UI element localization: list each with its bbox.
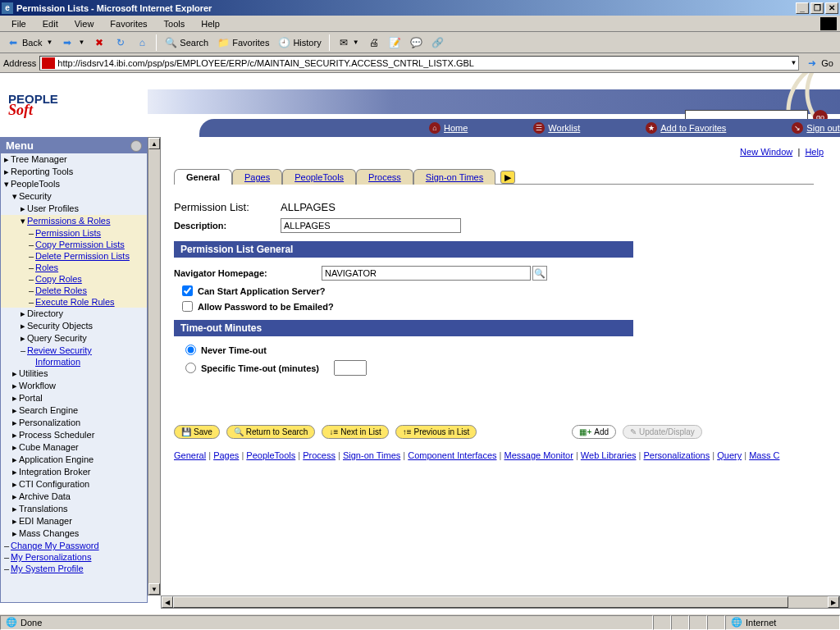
- menu-view[interactable]: View: [66, 17, 103, 30]
- add-button[interactable]: ▦+Add: [572, 425, 616, 439]
- link-signon-times[interactable]: Sign-on Times: [343, 450, 400, 460]
- sidebar-item-information[interactable]: Information: [1, 356, 147, 368]
- sidebar-item-query-security[interactable]: ▸Query Security: [1, 332, 147, 345]
- scroll-left-icon[interactable]: ◀: [162, 596, 173, 608]
- link-process[interactable]: Process: [303, 450, 336, 460]
- sidebar-item-integration-broker[interactable]: ▸Integration Broker: [1, 466, 147, 478]
- sidebar-item-personalization[interactable]: ▸Personalization: [1, 417, 147, 429]
- vertical-scrollbar[interactable]: ▲ ▼: [148, 137, 161, 596]
- next-in-list-button[interactable]: ↓≡Next in List: [322, 425, 388, 439]
- scroll-down-icon[interactable]: ▼: [148, 583, 160, 595]
- home-button[interactable]: ⌂: [132, 34, 152, 51]
- sidebar-item-search-engine[interactable]: ▸Search Engine: [1, 404, 147, 417]
- scroll-thumb[interactable]: [173, 596, 788, 608]
- sidebar-item-tree-manager[interactable]: ▸Tree Manager: [1, 153, 147, 166]
- edit-button[interactable]: 📝: [386, 34, 405, 51]
- sidebar-item-my-system-profile[interactable]: –My System Profile: [1, 563, 147, 574]
- chevron-down-icon[interactable]: ▼: [790, 59, 797, 66]
- description-input[interactable]: [281, 218, 461, 233]
- sidebar-item-archive-data[interactable]: ▸Archive Data: [1, 491, 147, 503]
- sidebar-item-portal[interactable]: ▸Portal: [1, 392, 147, 404]
- sidebar-item-peopletools[interactable]: ▾PeopleTools: [1, 178, 147, 190]
- sidebar-item-review-security[interactable]: –Review Security: [1, 345, 147, 356]
- sidebar-item-application-engine[interactable]: ▸Application Engine: [1, 454, 147, 466]
- save-button[interactable]: 💾Save: [174, 425, 220, 439]
- tab-pages[interactable]: Pages: [232, 169, 282, 185]
- link-peopletools[interactable]: PeopleTools: [246, 450, 295, 460]
- sidebar-item-edi-manager[interactable]: ▸EDI Manager: [1, 515, 147, 527]
- scroll-right-icon[interactable]: ▶: [828, 596, 839, 608]
- link-pages[interactable]: Pages: [213, 450, 239, 460]
- link-query[interactable]: Query: [717, 450, 742, 460]
- related-button[interactable]: 🔗: [428, 34, 448, 51]
- sidebar-item-delete-roles[interactable]: –Delete Roles: [1, 285, 147, 296]
- nav-signout[interactable]: ↘Sign out: [792, 122, 839, 134]
- lookup-button[interactable]: 🔍: [532, 266, 547, 281]
- go-button[interactable]: ➜Go: [802, 55, 837, 71]
- sidebar-item-workflow[interactable]: ▸Workflow: [1, 380, 147, 392]
- tab-general[interactable]: General: [174, 169, 232, 185]
- link-mass-changes[interactable]: Mass C: [749, 450, 779, 460]
- sidebar-item-cti-configuration[interactable]: ▸CTI Configuration: [1, 478, 147, 491]
- nav-worklist[interactable]: ☰Worklist: [533, 122, 580, 134]
- menu-help[interactable]: Help: [193, 17, 228, 30]
- sidebar-item-my-personalizations[interactable]: –My Personalizations: [1, 551, 147, 563]
- sidebar-item-permission-lists[interactable]: –Permission Lists: [1, 227, 147, 239]
- discuss-button[interactable]: 💬: [407, 34, 427, 51]
- sidebar-item-user-profiles[interactable]: ▸User Profiles: [1, 203, 147, 215]
- close-button[interactable]: ✕: [825, 2, 838, 14]
- tab-peopletools[interactable]: PeopleTools: [282, 169, 356, 185]
- menu-edit[interactable]: Edit: [34, 17, 66, 30]
- help-link[interactable]: Help: [805, 147, 824, 157]
- previous-in-list-button[interactable]: ↑≡Previous in List: [395, 425, 477, 439]
- link-component-interfaces[interactable]: Component Interfaces: [408, 450, 496, 460]
- collapse-button[interactable]: [130, 140, 142, 152]
- stop-button[interactable]: ✖: [89, 34, 109, 51]
- return-to-search-button[interactable]: 🔍Return to Search: [226, 425, 316, 439]
- navigator-homepage-input[interactable]: [322, 266, 531, 281]
- menu-favorites[interactable]: Favorites: [102, 17, 155, 30]
- sidebar-item-utilities[interactable]: ▸Utilities: [1, 368, 147, 380]
- sidebar-item-translations[interactable]: ▸Translations: [1, 503, 147, 515]
- link-web-libraries[interactable]: Web Libraries: [581, 450, 637, 460]
- minimize-button[interactable]: _: [796, 2, 809, 14]
- address-input[interactable]: [57, 58, 790, 68]
- horizontal-scrollbar[interactable]: ◀ ▶: [161, 596, 840, 609]
- print-button[interactable]: 🖨: [364, 34, 384, 51]
- specific-timeout-input[interactable]: [334, 360, 367, 376]
- link-message-monitor[interactable]: Message Monitor: [504, 450, 573, 460]
- sidebar-item-directory[interactable]: ▸Directory: [1, 308, 147, 320]
- back-button[interactable]: ⬅Back▼: [3, 34, 56, 51]
- sidebar-item-permissions-roles[interactable]: ▾Permissions & Roles: [1, 215, 147, 227]
- forward-button[interactable]: ➡▼: [57, 34, 88, 51]
- tab-signon-times[interactable]: Sign-on Times: [413, 169, 495, 185]
- sidebar-item-copy-roles[interactable]: –Copy Roles: [1, 273, 147, 285]
- refresh-button[interactable]: ↻: [111, 34, 130, 51]
- new-window-link[interactable]: New Window: [740, 147, 792, 157]
- nav-add-favorites[interactable]: ★Add to Favorites: [646, 122, 726, 134]
- search-button[interactable]: 🔍Search: [161, 34, 212, 51]
- sidebar-item-copy-permission-lists[interactable]: –Copy Permission Lists: [1, 239, 147, 250]
- can-start-app-server-checkbox[interactable]: [182, 285, 193, 296]
- sidebar-item-security[interactable]: ▾Security: [1, 190, 147, 203]
- scroll-up-icon[interactable]: ▲: [148, 138, 160, 149]
- tab-more-button[interactable]: ▶: [500, 171, 515, 184]
- sidebar-item-security-objects[interactable]: ▸Security Objects: [1, 320, 147, 332]
- menu-tools[interactable]: Tools: [156, 17, 194, 30]
- specific-timeout-radio[interactable]: [185, 363, 196, 373]
- mail-button[interactable]: ✉▼: [334, 34, 363, 51]
- sidebar-item-delete-permission-lists[interactable]: –Delete Permission Lists: [1, 250, 147, 262]
- nav-home[interactable]: ⌂Home: [429, 122, 468, 134]
- menu-file[interactable]: File: [3, 17, 34, 30]
- never-timeout-radio[interactable]: [185, 345, 196, 355]
- sidebar-item-change-my-password[interactable]: –Change My Password: [1, 540, 147, 551]
- history-button[interactable]: 🕘History: [274, 34, 324, 51]
- tab-process[interactable]: Process: [356, 169, 413, 185]
- link-general[interactable]: General: [174, 450, 206, 460]
- sidebar-item-mass-changes[interactable]: ▸Mass Changes: [1, 527, 147, 540]
- allow-password-email-checkbox[interactable]: [182, 301, 193, 312]
- link-personalizations[interactable]: Personalizations: [644, 450, 710, 460]
- sidebar-item-process-scheduler[interactable]: ▸Process Scheduler: [1, 429, 147, 441]
- sidebar-item-cube-manager[interactable]: ▸Cube Manager: [1, 441, 147, 454]
- favorites-button[interactable]: 📁Favorites: [213, 34, 272, 51]
